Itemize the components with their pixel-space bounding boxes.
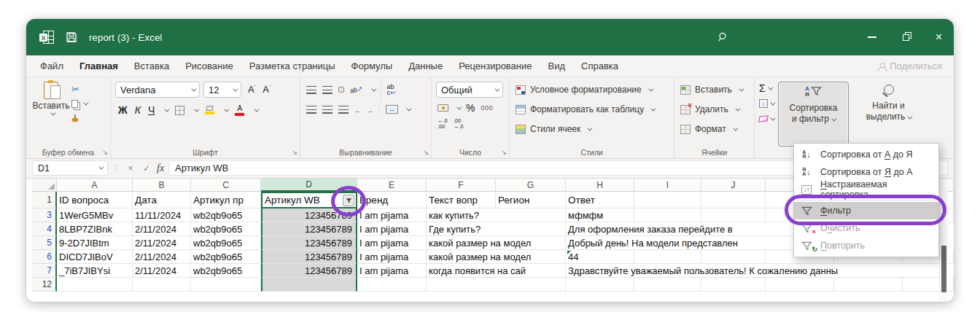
confirm-entry-button[interactable]: ✓ [141, 163, 152, 173]
cell[interactable]: 9-2D7JIBtm [57, 236, 133, 250]
cell[interactable] [701, 192, 766, 208]
cell[interactable]: wb2qb9o65 [191, 264, 261, 278]
cell-h1[interactable]: Ответ [566, 192, 634, 208]
merge-center-button[interactable]: ↔ [386, 105, 398, 114]
cell[interactable] [191, 278, 261, 292]
cell[interactable] [701, 250, 766, 264]
tab-help[interactable]: Справка [573, 55, 626, 77]
dialog-launcher-icon[interactable]: ↘ [102, 149, 108, 156]
cell-selected[interactable]: 123456789 [261, 250, 357, 264]
cell-selected[interactable]: 123456789 [261, 208, 357, 222]
borders-button[interactable] [175, 106, 184, 115]
tab-data[interactable]: Данные [400, 55, 451, 77]
cell[interactable]: 2/11/2024 [133, 250, 191, 264]
fill-color-button[interactable] [205, 106, 214, 114]
row-number[interactable]: 1 [32, 192, 57, 208]
cell[interactable]: wb2qb9o65 [191, 250, 261, 264]
align-right-button[interactable] [338, 106, 349, 114]
cell[interactable]: wb2qb9o65 [191, 236, 261, 250]
menu-item-sort-za[interactable]: ЯА ↓ Сортировка от Я до А [794, 163, 938, 181]
cell[interactable] [634, 208, 701, 222]
cell-d1-active[interactable]: Артикул WB [261, 192, 357, 208]
align-center-button[interactable] [322, 106, 332, 114]
cell-f1[interactable]: Текст вопр [427, 192, 496, 208]
conditional-formatting-button[interactable]: Условное форматирование [514, 82, 671, 98]
paste-button[interactable]: Вставить [31, 82, 71, 147]
cell[interactable]: мфмфм [566, 208, 634, 222]
cell-selected[interactable]: 123456789 [261, 222, 357, 236]
autosum-button[interactable]: Σ [759, 82, 774, 94]
cell[interactable]: Здравствуйте уважаемый пользователь! К с… [566, 264, 939, 278]
menu-item-filter[interactable]: Фильтр [794, 202, 938, 219]
name-box[interactable]: D1 [32, 160, 108, 176]
cell[interactable] [566, 278, 634, 292]
cell-with-flag[interactable]: 44 [566, 250, 634, 264]
cell[interactable]: 2/11/2024 [133, 264, 191, 278]
tab-formulas[interactable]: Формулы [343, 55, 401, 77]
cell[interactable] [701, 208, 766, 222]
font-name-select[interactable]: Verdana [115, 82, 200, 98]
col-header-f[interactable]: F [427, 179, 496, 192]
italic-button[interactable]: К [135, 104, 141, 116]
copy-button[interactable] [71, 98, 87, 109]
clear-button[interactable] [759, 113, 774, 125]
scrollbar-thumb[interactable] [941, 246, 946, 292]
accounting-format-button[interactable] [438, 104, 448, 112]
row-number-filtered[interactable]: 3 [32, 208, 57, 222]
col-header-d[interactable]: D [261, 179, 357, 192]
cancel-entry-button[interactable]: × [125, 163, 136, 173]
cell[interactable] [634, 192, 701, 208]
cell-c1[interactable]: Артикул пр [191, 192, 261, 208]
percent-style-button[interactable]: % [466, 102, 475, 114]
cell[interactable]: DICD7JIBoV [57, 250, 133, 264]
cell-selected[interactable]: 123456789 [261, 264, 357, 278]
format-painter-button[interactable] [71, 112, 87, 124]
cell-selected[interactable] [261, 278, 357, 292]
col-header-g[interactable]: G [496, 179, 566, 192]
cell[interactable]: I am pijama [357, 236, 427, 250]
share-button[interactable]: Поделиться [878, 61, 942, 71]
tab-home[interactable]: Главная [71, 55, 126, 77]
row-number-filtered[interactable]: 4 [32, 222, 57, 236]
cell[interactable]: 2/11/2024 [133, 236, 191, 250]
row-number-filtered[interactable]: 6 [32, 250, 57, 264]
save-icon[interactable] [66, 31, 77, 43]
font-color-button[interactable]: А [235, 105, 244, 116]
shrink-font-button[interactable]: Aˇ [262, 84, 271, 95]
cell[interactable] [634, 250, 701, 264]
cell[interactable]: wb2qb9o65 [191, 208, 261, 222]
tab-insert[interactable]: Вставка [126, 55, 177, 77]
insert-cells-button[interactable]: Вставить [679, 82, 751, 98]
cell-a1[interactable]: ID вопроса [57, 192, 133, 208]
cell[interactable] [133, 278, 191, 292]
cell[interactable]: I am pijama [357, 264, 427, 278]
align-middle-button[interactable] [322, 86, 332, 94]
dialog-launcher-icon[interactable]: ↘ [423, 149, 429, 156]
tab-page-layout[interactable]: Разметка страницы [241, 55, 343, 77]
cell[interactable] [427, 278, 566, 292]
bold-button[interactable]: Ж [118, 104, 128, 116]
col-header-e[interactable]: E [357, 179, 427, 192]
cell[interactable] [57, 278, 133, 292]
cell[interactable]: I am pijama [357, 222, 427, 236]
cell[interactable] [766, 278, 834, 292]
cell[interactable]: какой размер на модел [427, 250, 566, 264]
restore-button[interactable] [903, 34, 909, 41]
fill-button[interactable]: ↓ [759, 98, 774, 109]
cell[interactable]: когда появится на сай [427, 264, 566, 278]
cell[interactable]: wb2qb9o65 [191, 222, 261, 236]
align-top-button[interactable] [306, 86, 316, 94]
cell[interactable] [834, 278, 903, 292]
col-header-c[interactable]: C [191, 179, 261, 192]
find-select-button[interactable]: Найти и выделить [853, 82, 924, 147]
tab-file[interactable]: Файл [32, 55, 71, 77]
cut-button[interactable]: ✂ [71, 83, 87, 95]
col-header-i[interactable]: I [634, 179, 701, 192]
insert-function-button[interactable]: fx [157, 163, 164, 174]
increase-decimal-button[interactable]: ←.0.00 [438, 118, 448, 129]
cell[interactable]: 2/11/2024 [133, 222, 191, 236]
tab-review[interactable]: Рецензирование [451, 55, 540, 77]
decrease-decimal-button[interactable]: .00→.0 [454, 118, 464, 129]
menu-item-sort-az[interactable]: АЯ ↓ Сортировка от А до Я [794, 146, 938, 163]
close-button[interactable]: × [936, 31, 942, 43]
